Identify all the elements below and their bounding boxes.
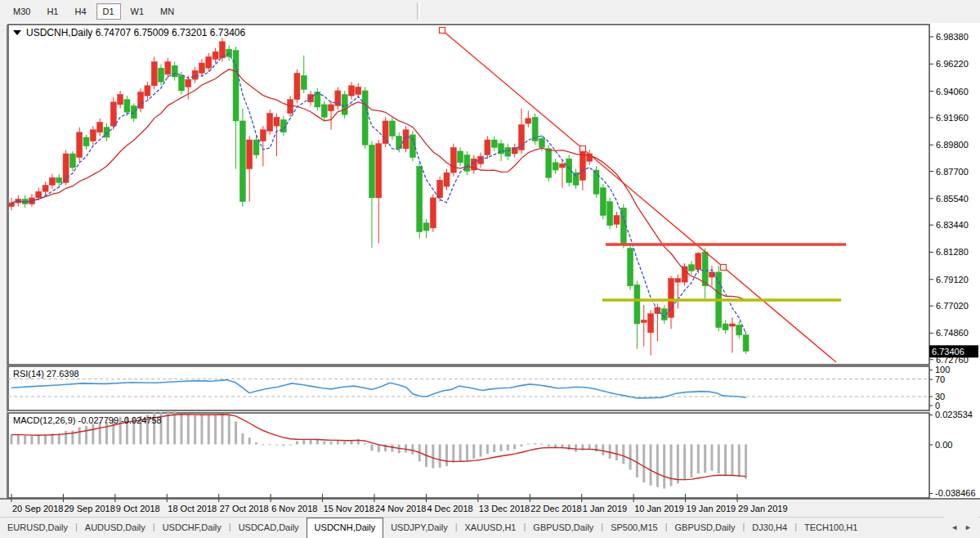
candle (90, 130, 96, 141)
macd-histogram-bar (731, 445, 733, 477)
tab-xauusd-h1[interactable]: XAUUSD,H1 (458, 518, 524, 538)
candle (288, 100, 293, 114)
macd-histogram-bar (65, 431, 67, 444)
candle (593, 170, 599, 194)
candle (274, 117, 280, 126)
candle (403, 130, 409, 149)
macd-histogram-bar (11, 435, 13, 445)
macd-histogram-bar (480, 445, 482, 457)
macd-histogram-bar (323, 442, 325, 445)
macd-histogram-bar (521, 445, 523, 446)
candle (247, 140, 253, 168)
timeframe-m30[interactable]: M30 (7, 3, 37, 20)
macd-histogram-bar (432, 445, 434, 469)
macd-histogram-bar (200, 415, 203, 445)
tab-gbpusd-daily[interactable]: GBPUSD,Daily (668, 518, 743, 538)
candle (226, 49, 232, 56)
timeframe-w1[interactable]: W1 (124, 3, 151, 20)
tab-sp500-m15[interactable]: SP500,M15 (603, 518, 665, 538)
macd-histogram-bar (78, 427, 81, 444)
timeframe-mn[interactable]: MN (154, 3, 181, 20)
price-axis-label: 6.94060 (936, 87, 969, 96)
macd-histogram-bar (642, 445, 645, 483)
chart-title: USDCNH,Daily 6.74707 6.75009 6.73201 6.7… (26, 27, 246, 38)
macd-histogram-bar (24, 436, 26, 445)
tab-usdchf-daily[interactable]: USDCHF,Daily (155, 518, 229, 538)
candle (253, 140, 259, 155)
macd-histogram-bar (282, 445, 284, 446)
macd-histogram-bar (85, 426, 87, 444)
tab-tech100-h1[interactable]: TECH100,H1 (797, 518, 865, 538)
candle (321, 105, 327, 117)
trendline-anchor[interactable] (721, 265, 727, 271)
macd-histogram-bar (30, 436, 33, 445)
candle (110, 102, 116, 126)
macd-histogram-bar (636, 445, 638, 477)
tab-gbpusd-daily[interactable]: GBPUSD,Daily (526, 518, 601, 538)
tab-usdcnh-daily[interactable]: USDCNH,Daily (307, 518, 384, 538)
candle (600, 188, 606, 216)
macd-histogram-bar (330, 442, 333, 445)
macd-axis-label: -0.038466 (935, 488, 976, 498)
date-axis-label: 9 Oct 2018 (116, 504, 160, 513)
candle (669, 279, 674, 318)
chart-canvas[interactable]: 6.983806.962206.940606.919606.898006.877… (0, 23, 980, 517)
timeframe-h4[interactable]: H4 (68, 3, 92, 20)
timeframe-h1[interactable]: H1 (40, 3, 65, 20)
tab-scroll-left-icon[interactable]: ◄ (947, 523, 961, 531)
macd-histogram-bar (493, 445, 495, 452)
macd-histogram-bar (650, 445, 652, 486)
rsi-label: RSI(14) 27.6398 (13, 369, 79, 379)
candle (267, 114, 273, 132)
candle (491, 140, 497, 147)
macd-histogram-bar (296, 441, 298, 444)
candle (206, 56, 212, 68)
candle (179, 75, 185, 90)
tab-usdjpy-daily[interactable]: USDJPY,Daily (383, 518, 455, 538)
price-axis-label: 6.89800 (936, 140, 969, 150)
macd-histogram-bar (228, 415, 230, 445)
trendline-anchor[interactable] (580, 146, 586, 152)
candle (634, 285, 640, 324)
tab-scroll-right-icon[interactable]: ► (961, 523, 975, 531)
candle (423, 223, 429, 231)
macd-histogram-bar (602, 445, 604, 455)
macd-histogram-bar (595, 445, 597, 452)
macd-histogram-bar (269, 444, 271, 445)
candle (723, 324, 728, 330)
rsi-panel[interactable] (8, 366, 929, 410)
candle (77, 132, 83, 158)
main-chart-plot[interactable] (8, 25, 929, 365)
tab-usdcad-daily[interactable]: USDCAD,Daily (231, 518, 307, 538)
macd-histogram-bar (683, 445, 686, 481)
macd-histogram-bar (391, 445, 393, 452)
macd-histogram-bar (445, 445, 448, 467)
candle (294, 73, 300, 99)
date-axis-label: 13 Dec 2018 (479, 504, 530, 513)
price-axis-label: 6.74860 (936, 328, 969, 338)
macd-histogram-bar (500, 445, 503, 451)
trendline-anchor[interactable] (440, 28, 445, 34)
date-axis-label: 10 Jan 2019 (634, 504, 684, 513)
candle (56, 177, 62, 182)
macd-histogram-bar (181, 414, 183, 445)
macd-histogram-bar (44, 435, 47, 445)
candle (430, 198, 436, 228)
candle (192, 70, 198, 79)
tab-dj30-h4[interactable]: DJ30,H4 (745, 518, 794, 538)
macd-histogram-bar (275, 445, 278, 446)
candle (675, 279, 681, 283)
rsi-axis-label: 0 (935, 401, 940, 410)
macd-histogram-bar (615, 445, 618, 461)
tab-eurusd-daily[interactable]: EURUSD,Daily (0, 518, 75, 538)
symbol-tabbar: EURUSD,Daily|AUDUSD,Daily|USDCHF,Daily|U… (0, 517, 980, 538)
macd-histogram-bar (208, 415, 210, 444)
macd-histogram-bar (99, 422, 101, 444)
macd-histogram-bar (724, 445, 727, 476)
tab-audusd-daily[interactable]: AUDUSD,Daily (78, 518, 153, 538)
macd-histogram-bar (745, 445, 747, 479)
timeframe-d1[interactable]: D1 (96, 3, 121, 20)
candle (199, 63, 204, 73)
candle (736, 325, 742, 335)
candle (349, 86, 355, 96)
